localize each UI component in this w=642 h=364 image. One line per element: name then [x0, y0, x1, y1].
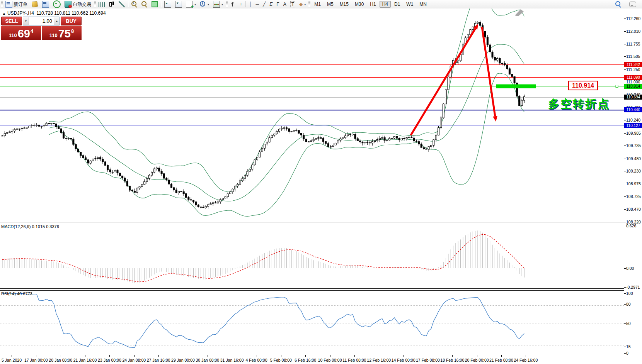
- price-axis[interactable]: 112.260112.010111.755111.505111.250111.0…: [624, 8, 642, 355]
- time-tick: [257, 355, 257, 357]
- candle-body: [320, 138, 322, 139]
- chat-icon: [629, 2, 636, 7]
- templates-button[interactable]: ▾: [211, 0, 225, 8]
- low-value: 110.662: [72, 10, 88, 16]
- candle-body: [323, 139, 324, 142]
- price-callout-box[interactable]: 110.914: [568, 81, 598, 90]
- arrows-tool-button[interactable]: ◆▾: [297, 0, 308, 8]
- time-tick-label: 10 Feb 00:00: [318, 358, 342, 362]
- candle-body: [21, 129, 23, 129]
- bb-middle[interactable]: [49, 44, 524, 201]
- candlestick-button[interactable]: [107, 0, 117, 8]
- candle-body: [470, 30, 471, 35]
- tab-timeframe-W1[interactable]: W1: [404, 1, 416, 8]
- tab-timeframe-MN[interactable]: MN: [417, 1, 429, 8]
- search-button[interactable]: [613, 0, 623, 8]
- candle-body: [359, 141, 361, 142]
- rsi-pane[interactable]: [0, 290, 624, 355]
- candle-body: [384, 137, 385, 140]
- candle-body: [168, 180, 170, 184]
- candle-body: [291, 131, 292, 132]
- indicators-button[interactable]: ▾: [184, 0, 198, 8]
- candle-body: [188, 198, 189, 200]
- turning-point-annotation[interactable]: 多空转折点: [548, 97, 610, 112]
- vline-tool-button[interactable]: │: [247, 0, 254, 8]
- rsi-line[interactable]: [2, 293, 524, 348]
- hline-tool-button[interactable]: ─: [254, 0, 261, 8]
- buy-button[interactable]: BUY: [61, 17, 82, 25]
- candle-body: [7, 132, 8, 133]
- bb-lower[interactable]: [49, 73, 524, 217]
- time-tick: [232, 355, 232, 357]
- sell-button[interactable]: SELL: [1, 17, 22, 25]
- candle-body: [386, 140, 388, 141]
- buy-price[interactable]: 110 75 8: [42, 26, 82, 40]
- volume-decrease-button[interactable]: ▼: [23, 17, 29, 25]
- candle-body: [440, 118, 442, 128]
- price-pane[interactable]: [0, 8, 624, 222]
- chart-shift-button[interactable]: [173, 0, 184, 8]
- cursor-tool-button[interactable]: [228, 0, 238, 8]
- channel-tool-button[interactable]: E: [267, 0, 274, 8]
- candle-body: [9, 132, 10, 132]
- time-axis[interactable]: 5 Jan 202017 Jan 00:0020 Jan 08:0021 Jan…: [0, 355, 642, 364]
- tab-timeframe-M1[interactable]: M1: [312, 1, 324, 8]
- label-tool-button[interactable]: T: [288, 0, 297, 8]
- tab-timeframe-D1[interactable]: D1: [392, 1, 403, 8]
- down-trend-arrow-head: [493, 116, 497, 122]
- candle-body: [416, 141, 417, 142]
- tab-timeframe-H4[interactable]: H4: [380, 1, 391, 8]
- tab-timeframe-M15[interactable]: M15: [337, 1, 351, 8]
- sell-price[interactable]: 110 69 4: [1, 26, 41, 40]
- time-tick: [526, 355, 526, 357]
- trendline-tool-button[interactable]: ╱: [261, 0, 267, 8]
- candle-body: [445, 90, 447, 104]
- candle-body: [183, 191, 184, 193]
- tab-timeframe-H1[interactable]: H1: [367, 1, 378, 8]
- rsi-tick-label: 15: [626, 344, 631, 349]
- tile-windows-button[interactable]: [150, 0, 160, 8]
- candle-body: [166, 178, 167, 180]
- bands-layer: [49, 8, 524, 216]
- community-chat-button[interactable]: [627, 0, 638, 8]
- auto-trading-button[interactable]: 自动交易: [63, 0, 93, 8]
- panel-collapse-icon[interactable]: ▲: [2, 12, 6, 15]
- auto-scroll-button[interactable]: [162, 0, 173, 8]
- chart-area[interactable]: ▲USDJPY-,H4 110.728 110.811 110.662 110.…: [0, 8, 642, 355]
- candle-body: [457, 61, 459, 63]
- highlight-bar[interactable]: [496, 85, 536, 88]
- candle-body: [254, 160, 255, 165]
- new-order-button[interactable]: 新订单: [3, 0, 29, 8]
- auto-scroll-icon: [164, 1, 171, 8]
- bb-upper[interactable]: [49, 8, 524, 192]
- down-trend-arrow[interactable]: [482, 27, 495, 116]
- time-tick-label: 31 Jan 16:00: [220, 358, 244, 362]
- open-value: 110.728: [37, 10, 53, 16]
- callout-anchor-handle[interactable]: [616, 85, 618, 88]
- tab-timeframe-M30[interactable]: M30: [352, 1, 366, 8]
- search-icon: [615, 1, 620, 6]
- bar-chart-button[interactable]: [97, 0, 107, 8]
- up-trend-arrow[interactable]: [411, 29, 475, 135]
- signals-button[interactable]: [51, 0, 63, 8]
- candle-body: [357, 139, 358, 141]
- candle-body: [210, 204, 211, 205]
- periods-button[interactable]: ▾: [198, 0, 211, 8]
- volume-input[interactable]: 1.00: [29, 17, 54, 25]
- candle-body: [53, 123, 54, 124]
- zoom-in-button[interactable]: +: [129, 0, 140, 8]
- volume-increase-button[interactable]: ▲: [54, 17, 60, 25]
- fibonacci-tool-button[interactable]: F: [274, 0, 281, 8]
- zoom-out-button[interactable]: −: [140, 0, 150, 8]
- line-chart-button[interactable]: [117, 0, 127, 8]
- macd-pane[interactable]: [0, 223, 624, 288]
- candle-body: [244, 175, 246, 178]
- market-watch-button[interactable]: [40, 0, 51, 8]
- tab-timeframe-M5[interactable]: M5: [324, 1, 336, 8]
- candle-body: [102, 159, 104, 162]
- new-order-label: 新订单: [14, 1, 27, 8]
- crosshair-tool-button[interactable]: +: [238, 0, 244, 8]
- text-tool-button[interactable]: A: [281, 0, 288, 8]
- profiles-button[interactable]: [29, 0, 40, 8]
- toolbar-grip[interactable]: [1, 1, 3, 7]
